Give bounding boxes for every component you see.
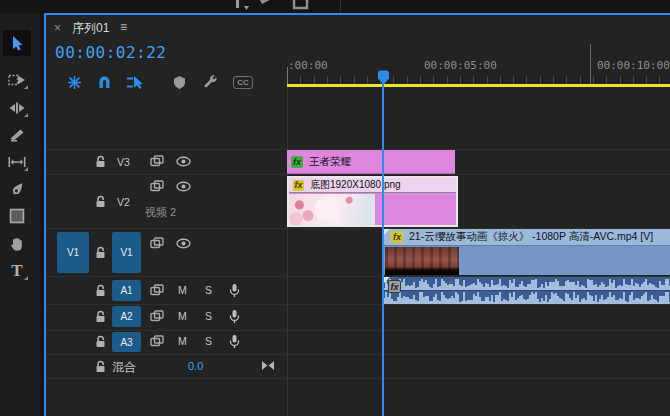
a3-target-button[interactable]: A3 <box>112 332 141 352</box>
rect-partial-icon[interactable] <box>291 0 311 12</box>
header-content-divider[interactable] <box>287 87 288 416</box>
v1-sync-lock-icon[interactable] <box>150 237 164 249</box>
ripple-edit-tool[interactable] <box>3 97 31 119</box>
a3-lock-icon[interactable] <box>95 335 106 348</box>
waveform-left-channel <box>383 278 670 290</box>
fx-badge-yellow[interactable]: fx <box>391 231 403 243</box>
a2-target-button[interactable]: A2 <box>112 306 141 327</box>
panel-tab[interactable]: × 序列01 ≡ <box>46 18 216 40</box>
row-separator <box>46 354 670 355</box>
row-separator <box>46 378 670 379</box>
v1-toggle-track-output-icon[interactable] <box>176 237 191 249</box>
v1-lock-icon[interactable] <box>95 246 106 259</box>
keyframe-navigator-icon[interactable] <box>261 360 275 371</box>
v3-track-label[interactable]: V3 <box>117 156 130 168</box>
a1-target-button[interactable]: A1 <box>112 280 141 301</box>
top-toolbar-strip <box>0 0 670 13</box>
waveform-right-channel <box>383 291 670 304</box>
subtool-indicator <box>24 167 28 171</box>
clip-v1-titlebar: fx 21-云缨故事动画《掠火》 -1080P 高清-AVC.mp4 [V] <box>383 229 670 246</box>
a1-voiceover-record-icon[interactable] <box>228 282 240 298</box>
a2-lock-icon[interactable] <box>95 310 106 323</box>
playhead-line[interactable] <box>382 83 384 416</box>
clip-v2-name: 底图1920X1080.png <box>310 178 401 192</box>
tools-panel: T <box>0 13 40 416</box>
v1-target-button[interactable]: V1 <box>112 232 141 273</box>
a2-solo-button[interactable]: S <box>205 310 212 322</box>
panel-menu-icon[interactable]: ≡ <box>120 20 127 34</box>
a3-solo-button[interactable]: S <box>205 335 212 347</box>
fx-badge-yellow[interactable]: fx <box>293 180 304 191</box>
ruler-ticks <box>287 52 670 85</box>
v1-source-patch-button[interactable]: V1 <box>57 232 89 273</box>
a2-mute-button[interactable]: M <box>178 310 187 322</box>
fx-badge-green[interactable]: fx <box>291 156 303 168</box>
a1-lock-icon[interactable] <box>95 284 106 297</box>
timeline-settings-icon[interactable] <box>201 73 218 90</box>
add-marker-icon[interactable] <box>172 74 186 90</box>
clip-v1-name: 21-云缨故事动画《掠火》 -1080P 高清-AVC.mp4 [V] <box>409 230 653 244</box>
a3-sync-lock-icon[interactable] <box>150 335 164 347</box>
a1-mute-button[interactable]: M <box>178 284 187 296</box>
a2-sync-lock-icon[interactable] <box>150 310 164 322</box>
master-track-label: 混合 <box>112 359 136 376</box>
captions-icon[interactable]: CC <box>233 76 253 89</box>
master-volume-value[interactable]: 0.0 <box>188 360 203 372</box>
a1-solo-button[interactable]: S <box>205 284 212 296</box>
slip-tool[interactable] <box>3 151 31 173</box>
v3-toggle-track-output-icon[interactable] <box>176 155 191 167</box>
pen-partial-icon[interactable] <box>258 0 282 13</box>
playhead-head[interactable] <box>377 70 390 85</box>
v2-sync-lock-icon[interactable] <box>150 180 164 192</box>
clip-v3-name: 王者荣耀 <box>309 155 351 169</box>
clip-v2[interactable]: fx 底图1920X1080.png <box>287 176 458 227</box>
clip-a1[interactable]: fx <box>383 277 670 304</box>
clip-v2-thumbnail <box>289 194 375 225</box>
hand-tool[interactable] <box>3 233 31 255</box>
razor-tool[interactable] <box>3 124 31 146</box>
tab-close-icon[interactable]: × <box>54 21 61 35</box>
work-area-bar[interactable] <box>287 84 670 87</box>
nested-sequence-icon[interactable] <box>66 74 82 90</box>
v3-sync-lock-icon[interactable] <box>150 155 164 167</box>
clip-start-fold <box>383 229 390 236</box>
clip-v2-titlebar: fx 底图1920X1080.png <box>289 178 456 193</box>
rectangle-tool[interactable] <box>3 205 31 227</box>
linked-selection-icon[interactable] <box>126 74 143 90</box>
subtool-indicator <box>24 113 28 117</box>
clip-v1[interactable]: fx 21-云缨故事动画《掠火》 -1080P 高清-AVC.mp4 [V] <box>383 229 670 275</box>
track-select-forward-tool[interactable] <box>3 69 31 91</box>
timeline-panel: × 序列01 ≡ 00:00:02:22 CC :00:00 00:00:05:… <box>46 14 670 416</box>
current-timecode[interactable]: 00:00:02:22 <box>55 43 166 62</box>
snap-icon[interactable] <box>96 74 112 90</box>
v2-track-label[interactable]: V2 <box>117 196 130 208</box>
a1-sync-lock-icon[interactable] <box>150 284 164 296</box>
ruler-tick <box>287 67 288 85</box>
selection-tool[interactable] <box>3 30 31 56</box>
row-separator <box>46 330 670 331</box>
v2-lock-icon[interactable] <box>95 195 106 208</box>
v2-toggle-track-output-icon[interactable] <box>176 180 191 192</box>
a3-voiceover-record-icon[interactable] <box>228 333 240 349</box>
panel-focus-border-top <box>46 13 670 15</box>
type-tool[interactable]: T <box>3 260 31 282</box>
panel-focus-border-left <box>44 13 46 416</box>
pen-tool[interactable] <box>3 179 31 201</box>
clip-v1-thumbnail <box>385 247 459 275</box>
ruler-marker-line <box>590 44 591 85</box>
top-strip-divider <box>340 0 341 13</box>
tab-title[interactable]: 序列01 <box>72 20 109 37</box>
row-separator <box>46 304 670 305</box>
premiere-timeline-panel: T × 序列01 ≡ 00:00:02:22 CC <box>0 0 670 416</box>
row-separator <box>46 174 670 175</box>
master-lock-icon[interactable] <box>95 360 106 373</box>
subtool-indicator <box>24 276 28 280</box>
v3-lock-icon[interactable] <box>95 155 106 168</box>
type-tool-partial-icon[interactable] <box>228 0 250 12</box>
clip-v3[interactable]: fx 王者荣耀 <box>287 150 455 174</box>
clip-start-fold <box>383 277 390 284</box>
time-ruler[interactable]: :00:00 00:00:05:00 00:00:10:00 <box>287 52 670 85</box>
a3-mute-button[interactable]: M <box>178 335 187 347</box>
subtool-indicator <box>24 85 28 89</box>
a2-voiceover-record-icon[interactable] <box>228 308 240 324</box>
